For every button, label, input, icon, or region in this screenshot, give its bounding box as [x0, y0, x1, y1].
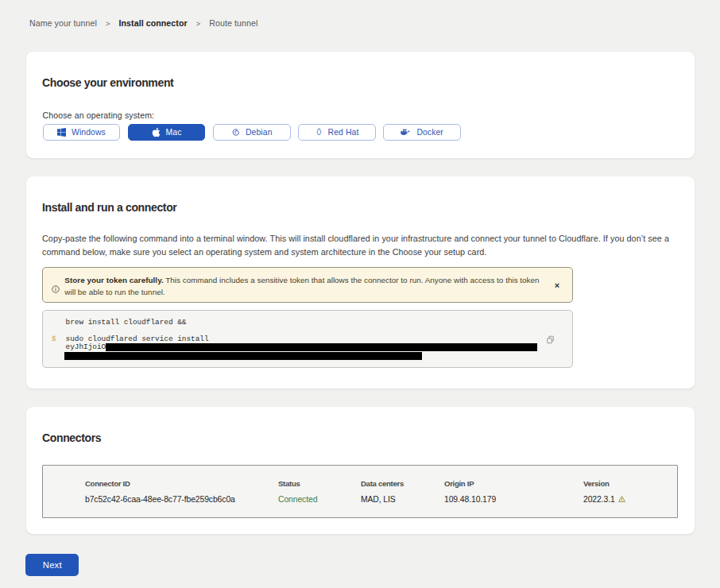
install-command-codeblock: $ brew install cloudflared && sudo cloud… [42, 310, 573, 368]
code-line: brew install cloudflared && [66, 319, 573, 327]
breadcrumb-route-tunnel[interactable]: Route tunnel [209, 18, 257, 28]
breadcrumb-separator-icon: > [196, 19, 201, 28]
debian-icon [231, 128, 240, 137]
column-header-version: Version [583, 478, 610, 489]
token-warning-banner: Store your token carefully. This command… [42, 267, 573, 303]
os-button-label: Mac [166, 128, 182, 137]
operating-system-label: Choose an operating system: [43, 110, 155, 120]
column-header-origin-ip: Origin IP [444, 478, 583, 489]
connectors-table-header: Connector ID Status Data centers Origin … [85, 478, 677, 489]
windows-icon [57, 128, 66, 137]
redacted-token-bar [106, 343, 537, 351]
connectors-card: Connectors Connector ID Status Data cent… [26, 407, 695, 534]
connector-status-cell: Connected [278, 494, 361, 505]
os-button-redhat[interactable]: Red Hat [298, 124, 376, 141]
breadcrumb-separator-icon: > [106, 19, 110, 28]
os-button-debian[interactable]: Debian [213, 124, 291, 141]
breadcrumb-install-connector[interactable]: Install connector [119, 18, 188, 28]
connector-version-cell: 2022.3.1 [583, 494, 625, 505]
breadcrumb: Name your tunnel > Install connector > R… [29, 18, 257, 28]
code-line-blank [66, 327, 573, 335]
copy-icon[interactable] [546, 335, 555, 343]
connectors-title: Connectors [42, 431, 101, 445]
os-button-docker[interactable]: Docker [383, 124, 461, 141]
code-line-token-2 [66, 352, 573, 361]
choose-environment-title: Choose your environment [42, 75, 173, 90]
column-header-status: Status [278, 478, 361, 489]
os-button-windows[interactable]: Windows [43, 124, 121, 141]
install-connector-card: Install and run a connector Copy-paste t… [26, 176, 695, 389]
token-warning-text: Store your token carefully. This command… [64, 274, 565, 298]
os-button-row: Windows Mac Debian Red Hat [43, 124, 462, 141]
install-connector-title: Install and run a connector [42, 200, 176, 215]
code-line: sudo cloudflared service install [66, 335, 573, 344]
connector-id-cell: b7c52c42-6caa-48ee-8c77-fbe259cb6c0a [85, 494, 278, 505]
column-header-connector-id: Connector ID [85, 478, 278, 489]
os-button-label: Debian [246, 128, 273, 137]
connector-data-centers-cell: MAD, LIS [361, 494, 444, 505]
install-connector-page: Name your tunnel > Install connector > R… [0, 0, 720, 588]
install-description: Copy-paste the following command into a … [42, 232, 686, 259]
warning-triangle-icon [618, 494, 625, 505]
next-button[interactable]: Next [25, 554, 79, 576]
close-icon[interactable]: × [552, 280, 563, 291]
column-header-data-centers: Data centers [361, 478, 444, 489]
redacted-token-bar [64, 352, 423, 360]
os-button-label: Red Hat [328, 128, 359, 137]
connector-origin-ip-cell: 109.48.10.179 [444, 494, 583, 505]
terminal-prompt: $ [52, 335, 56, 344]
os-button-label: Windows [72, 128, 106, 137]
breadcrumb-name-your-tunnel[interactable]: Name your tunnel [29, 18, 97, 28]
connectors-table: Connector ID Status Data centers Origin … [42, 465, 678, 518]
code-line-token: eyJhIjoiO [66, 343, 573, 352]
redhat-icon [315, 127, 323, 137]
choose-environment-card: Choose your environment Choose an operat… [26, 52, 695, 158]
os-button-label: Docker [416, 128, 443, 137]
info-icon [52, 282, 60, 296]
token-warning-title: Store your token carefully. [64, 276, 163, 284]
docker-icon [401, 128, 411, 137]
os-button-mac[interactable]: Mac [128, 124, 206, 141]
apple-icon [152, 127, 161, 137]
connector-row: b7c52c42-6caa-48ee-8c77-fbe259cb6c0a Con… [85, 494, 677, 505]
